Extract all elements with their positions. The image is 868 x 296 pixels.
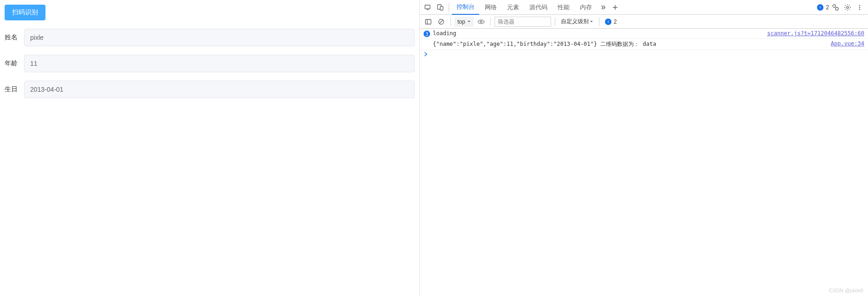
issues-badge-icon [817, 4, 823, 11]
context-label: top [457, 19, 465, 25]
devtools-tabs: 控制台 网络 元素 源代码 性能 内存 2 [420, 0, 868, 15]
tabs-divider [449, 3, 449, 12]
more-tabs-icon[interactable] [598, 2, 609, 13]
svg-point-4 [833, 5, 836, 7]
log-level-label: 自定义级别 [561, 18, 589, 25]
svg-point-9 [859, 8, 860, 9]
toolbar-divider-2 [490, 18, 491, 26]
svg-point-5 [836, 7, 838, 10]
console-message-text: {"name":"pixle","age":11,"birthday":"201… [433, 40, 831, 48]
settings-icon-1[interactable] [830, 2, 841, 13]
message-count-badge: 3 [424, 31, 430, 37]
name-input[interactable] [24, 29, 415, 46]
console-row[interactable]: {"name":"pixle","age":11,"birthday":"201… [420, 39, 868, 50]
form-row-name: 姓名 [5, 29, 415, 46]
form-row-birthday: 生日 [5, 81, 415, 98]
sidebar-toggle-icon[interactable] [423, 16, 434, 27]
tab-memory[interactable]: 内存 [575, 0, 597, 15]
log-level-selector[interactable]: 自定义级别 [559, 18, 595, 25]
device-toggle-icon[interactable] [423, 2, 434, 13]
console-source-link[interactable]: scanner.js?t=1712046482556:60 [767, 30, 864, 37]
tab-sources[interactable]: 源代码 [525, 0, 552, 15]
toolbar-divider-3 [555, 18, 555, 26]
svg-line-13 [439, 20, 443, 24]
svg-point-7 [859, 5, 860, 6]
console-toolbar: top 自定义级别 2 [420, 15, 868, 29]
age-label: 年龄 [5, 59, 24, 68]
context-selector[interactable]: top [455, 17, 474, 27]
devtools-panel: 控制台 网络 元素 源代码 性能 内存 2 [420, 0, 868, 296]
kebab-menu-icon[interactable] [854, 2, 865, 13]
responsive-toggle-icon[interactable] [435, 2, 446, 13]
watermark-text: CSDN @pixle0 [829, 288, 863, 293]
hidden-count: 2 [614, 19, 617, 25]
gear-icon[interactable] [842, 2, 853, 13]
svg-point-6 [847, 6, 849, 8]
form-row-age: 年龄 [5, 55, 415, 72]
scan-button[interactable]: 扫码识别 [5, 5, 45, 20]
chevron-right-icon [424, 52, 428, 57]
svg-point-14 [480, 21, 482, 23]
console-message-text: loading [433, 30, 767, 37]
console-prompt[interactable] [420, 50, 868, 58]
age-input[interactable] [24, 55, 415, 72]
eye-icon[interactable] [476, 16, 487, 27]
console-output: 3 loading scanner.js?t=1712046482556:60 … [420, 29, 868, 296]
svg-rect-2 [440, 6, 443, 10]
svg-rect-0 [425, 5, 430, 9]
svg-point-8 [859, 6, 860, 7]
issues-badge[interactable]: 2 [817, 4, 829, 11]
filter-input[interactable] [495, 17, 551, 27]
clear-console-icon[interactable] [436, 16, 447, 27]
console-row[interactable]: 3 loading scanner.js?t=1712046482556:60 [420, 29, 868, 39]
hidden-messages-badge[interactable]: 2 [605, 19, 617, 25]
svg-rect-10 [425, 19, 431, 24]
name-label: 姓名 [5, 33, 24, 42]
chevron-down-icon [467, 20, 471, 24]
console-source-link[interactable]: App.vue:34 [831, 40, 864, 47]
tab-elements[interactable]: 元素 [502, 0, 524, 15]
add-tab-icon[interactable] [610, 2, 621, 13]
hidden-badge-icon [605, 19, 611, 25]
tab-console[interactable]: 控制台 [452, 0, 479, 15]
toolbar-divider-4 [599, 18, 599, 26]
chevron-down-icon [590, 20, 593, 24]
toolbar-divider-1 [450, 18, 451, 26]
birthday-label: 生日 [5, 85, 24, 94]
tab-performance[interactable]: 性能 [553, 0, 574, 15]
issues-count: 2 [826, 4, 829, 11]
birthday-input[interactable] [24, 81, 415, 98]
tab-network[interactable]: 网络 [480, 0, 502, 15]
app-panel: 扫码识别 姓名 年龄 生日 [0, 0, 420, 296]
